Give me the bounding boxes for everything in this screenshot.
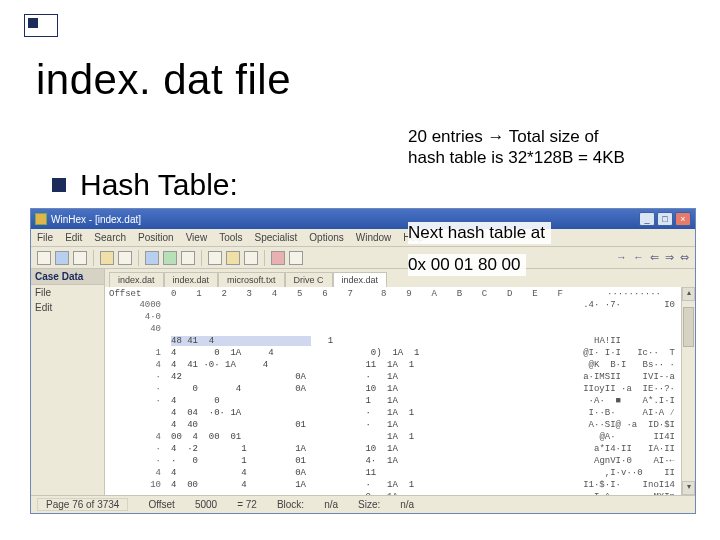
tab-4[interactable]: index.dat: [333, 272, 388, 287]
note-entries: 20 entries → Total size of hash table is…: [408, 126, 625, 169]
disk-icon[interactable]: [55, 251, 69, 265]
hex-offset: 1: [109, 348, 171, 358]
folder-icon[interactable]: [100, 251, 114, 265]
status-offset-value: 5000: [195, 499, 217, 510]
tab-0[interactable]: index.dat: [109, 272, 164, 287]
menu-options[interactable]: Options: [309, 232, 343, 243]
hex-offset: 4·0: [109, 312, 171, 322]
paste-icon[interactable]: [163, 251, 177, 265]
minimize-button[interactable]: _: [639, 212, 655, 226]
hex-row[interactable]: 44 41 ·0· 1A 4 11 1A 1 @K B·I Bs·· ·: [107, 359, 693, 371]
hex-ascii: HA!II: [491, 336, 691, 346]
status-na1: n/a: [324, 499, 338, 510]
note-next-hash: Next hash table at: [408, 222, 551, 244]
menu-specialist[interactable]: Specialist: [254, 232, 297, 243]
menu-tools[interactable]: Tools: [219, 232, 242, 243]
hex-row[interactable]: 400 4 00 01 1A 1 @A· II4I: [107, 431, 693, 443]
menu-position[interactable]: Position: [138, 232, 174, 243]
hex-row[interactable]: 4 04 ·0· 1A · 1A 1 I··B· AI·A ∕: [107, 407, 693, 419]
scroll-thumb[interactable]: [683, 307, 694, 347]
hex-row[interactable]: 104 00 4 1A · 1A 1 I1·$·I· InoI14: [107, 479, 693, 491]
hex-bytes: 4 4 0A 11: [171, 468, 491, 478]
hex-row[interactable]: 4000 .4· ·7· I0: [107, 299, 693, 311]
menu-search[interactable]: Search: [94, 232, 126, 243]
window-title: WinHex - [index.dat]: [51, 214, 141, 225]
hex-row[interactable]: 48 41 4 1 HA!II: [107, 335, 693, 347]
hex-offset: ·: [109, 444, 171, 454]
find-text-icon[interactable]: [244, 251, 258, 265]
back-icon[interactable]: [289, 251, 303, 265]
menu-file[interactable]: File: [37, 232, 53, 243]
app-icon: [35, 213, 47, 225]
status-offset-label: Offset: [148, 499, 175, 510]
tab-3[interactable]: Drive C: [285, 272, 333, 287]
sidepane-edit[interactable]: Edit: [31, 300, 104, 315]
hex-row[interactable]: ·· 0 1 01 4· 1A AgnVI·0 AI·←: [107, 455, 693, 467]
menu-view[interactable]: View: [186, 232, 208, 243]
sidepane-header: Case Data: [31, 269, 104, 285]
hex-offset: 40: [109, 324, 171, 334]
bullet-hash-table: Hash Table:: [52, 168, 238, 202]
hex-row[interactable]: 4·0: [107, 311, 693, 323]
hex-ascii: I··B· AI·A ∕: [491, 408, 691, 418]
menubar: File Edit Search Position View Tools Spe…: [31, 229, 695, 247]
scroll-down-icon[interactable]: ▾: [682, 481, 695, 495]
main-pane: index.dat index.dat microsoft.txt Drive …: [105, 269, 695, 495]
hex-bytes: [171, 300, 491, 310]
hex-offset: 4: [109, 360, 171, 370]
hex-offset: ·: [109, 384, 171, 394]
print-icon[interactable]: [118, 251, 132, 265]
hex-bytes: 4 0 1A 4 0) 1A 1: [171, 348, 491, 358]
hex-bytes: 4 40 01 · 1A: [171, 420, 491, 430]
hex-bytes: 4 41 ·0· 1A 4 11 1A 1: [171, 360, 491, 370]
hex-row[interactable]: ·42 0A · 1A a·IMSII IVI-·a: [107, 371, 693, 383]
hex-bytes: 4 00 4 1A · 1A 1: [171, 480, 491, 490]
hex-row[interactable]: 14 0 1A 4 0) 1A 1 @I· I·I Ic·· T: [107, 347, 693, 359]
find-hex-icon[interactable]: [226, 251, 240, 265]
cut-icon[interactable]: [181, 251, 195, 265]
hex-offset: 4: [109, 468, 171, 478]
nav-right-icon[interactable]: →: [616, 251, 627, 264]
hex-row[interactable]: · 0 4 0A 10 1A IIoyII ·a IE··?·: [107, 383, 693, 395]
note-entries-line1: 20 entries → Total size of: [408, 126, 625, 147]
hex-bytes: 4 ·2 1 1A 10 1A: [171, 444, 491, 454]
slide-marker-icon: [24, 14, 58, 37]
open-icon[interactable]: [37, 251, 51, 265]
hex-row[interactable]: 44 4 0A 11 ,I·v··0 II: [107, 467, 693, 479]
nav-last-icon[interactable]: ⇒: [665, 251, 674, 264]
goto-icon[interactable]: [271, 251, 285, 265]
close-button[interactable]: ×: [675, 212, 691, 226]
maximize-button[interactable]: □: [657, 212, 673, 226]
tab-2[interactable]: microsoft.txt: [218, 272, 285, 287]
hex-ascii: I1·$·I· InoI14: [491, 480, 691, 490]
hex-ascii: @I· I·I Ic·· T: [491, 348, 691, 358]
hex-row[interactable]: ·4 ·2 1 1A 10 1A a*I4·II IA·II: [107, 443, 693, 455]
nav-both-icon[interactable]: ⇔: [680, 251, 689, 264]
save-icon[interactable]: [73, 251, 87, 265]
hex-bytes: 4 04 ·0· 1A · 1A 1: [171, 408, 491, 418]
hex-bytes: 0 4 0A 10 1A: [171, 384, 491, 394]
nav-arrows: → ← ⇐ ⇒ ⇔: [616, 251, 689, 264]
menu-edit[interactable]: Edit: [65, 232, 82, 243]
hex-area[interactable]: Offset 0 1 2 3 4 5 6 7 8 9 A B C D E F ·…: [105, 287, 695, 495]
nav-left-icon[interactable]: ←: [633, 251, 644, 264]
hex-ascii: a*I4·II IA·II: [491, 444, 691, 454]
hex-offset: ·: [109, 372, 171, 382]
titlebar[interactable]: WinHex - [index.dat] _ □ ×: [31, 209, 695, 229]
tabs: index.dat index.dat microsoft.txt Drive …: [105, 269, 695, 287]
hex-row[interactable]: 4 40 01 · 1A A··SI@ ·a ID·$I: [107, 419, 693, 431]
sidepane-file[interactable]: File: [31, 285, 104, 300]
find-icon[interactable]: [208, 251, 222, 265]
tab-1[interactable]: index.dat: [164, 272, 219, 287]
note-entries-line2: hash table is 32*128B = 4KB: [408, 147, 625, 168]
vertical-scrollbar[interactable]: ▴ ▾: [681, 287, 695, 495]
hex-row[interactable]: 40: [107, 323, 693, 335]
scroll-up-icon[interactable]: ▴: [682, 287, 695, 301]
menu-window[interactable]: Window: [356, 232, 392, 243]
copy-icon[interactable]: [145, 251, 159, 265]
hdr-ascii: ··········: [491, 289, 691, 299]
hex-ascii: IIoyII ·a IE··?·: [491, 384, 691, 394]
hex-offset: ·: [109, 396, 171, 406]
nav-first-icon[interactable]: ⇐: [650, 251, 659, 264]
hex-row[interactable]: ·4 0 1 1A ·A· ■ A*.I·I: [107, 395, 693, 407]
